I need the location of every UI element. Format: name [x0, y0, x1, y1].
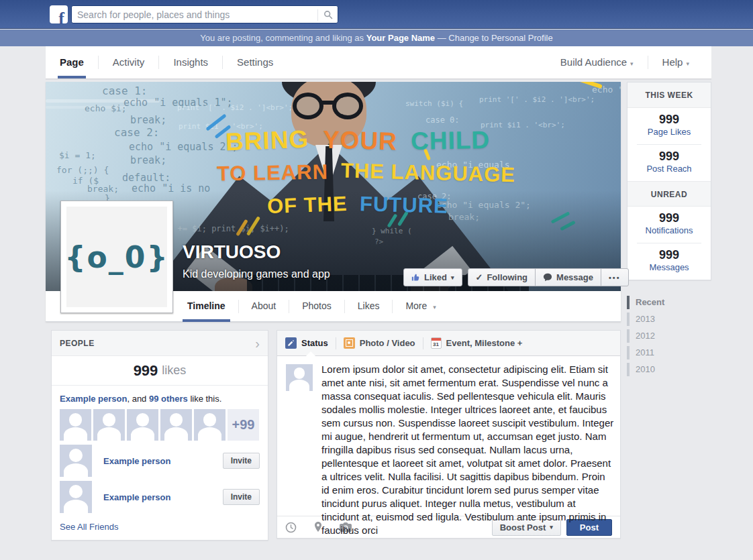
- avatar[interactable]: [60, 409, 91, 441]
- page-tagline: Kid developing games and app: [183, 268, 330, 280]
- notifications-label[interactable]: Notifications: [628, 225, 711, 236]
- composer-tab-photo-video[interactable]: Photo / Video: [336, 337, 423, 349]
- page-header-card: case 1: echo "i equals 1"; echo $i; brea…: [46, 82, 621, 322]
- message-bubble-icon: [543, 273, 552, 282]
- liked-button[interactable]: Liked ▾: [403, 268, 462, 286]
- avatar[interactable]: [160, 409, 192, 441]
- likes-count-row: 999 likes: [52, 356, 268, 386]
- change-to-personal-profile-link[interactable]: Change to Personal Profile: [448, 33, 552, 43]
- timeline-year-nav: Recent 2013 2012 2011 2010: [627, 294, 711, 378]
- notifications-value: 999: [628, 212, 711, 225]
- cover-headline-word: THE LANGUAGE: [337, 154, 519, 191]
- messages-value: 999: [628, 249, 711, 262]
- avatar[interactable]: [60, 445, 92, 477]
- timeline-nav-label: 2010: [636, 364, 655, 374]
- search-input[interactable]: [72, 6, 313, 23]
- ellipsis-icon: •••: [609, 274, 621, 282]
- liked-by-person-link[interactable]: Example person: [60, 394, 127, 404]
- invite-row: Example person Invite: [60, 481, 260, 513]
- composer-body: Lorem ipsum dolor sit amet, consectetur …: [277, 356, 620, 516]
- status-text-area[interactable]: Lorem ipsum dolor sit amet, consectetur …: [321, 356, 615, 537]
- cover-actions: Liked ▾ ✓ Following Message •••: [403, 268, 629, 286]
- tab-timeline[interactable]: Timeline: [174, 291, 238, 321]
- avatar[interactable]: [93, 409, 125, 441]
- page-likes-stat[interactable]: 999 Page Likes: [628, 108, 711, 144]
- message-button[interactable]: Message: [535, 268, 601, 286]
- cover-headline-word: TO LEARN: [213, 156, 332, 190]
- more-options-button[interactable]: •••: [601, 268, 629, 286]
- post-reach-label[interactable]: Post Reach: [628, 164, 711, 174]
- facebook-logo-letter: f: [58, 10, 64, 27]
- voice-prefix: You are posting, commenting and liking a…: [200, 33, 366, 43]
- avatar[interactable]: [127, 409, 158, 441]
- friend-name-link[interactable]: Example person: [103, 492, 170, 502]
- liked-by-text: , and: [127, 394, 149, 404]
- likes-count-label: likes: [162, 363, 186, 378]
- tab-photos[interactable]: Photos: [289, 291, 344, 321]
- avatar[interactable]: [60, 481, 92, 513]
- top-navbar: f: [0, 0, 753, 29]
- composer-tab-event-milestone[interactable]: 31 Event, Milestone +: [423, 337, 530, 349]
- cover-headline-word: OF THE: [263, 188, 351, 223]
- page-likes-value: 999: [628, 113, 711, 126]
- check-icon: ✓: [476, 272, 483, 282]
- page-likes-label[interactable]: Page Likes: [628, 127, 711, 137]
- timeline-nav-2011[interactable]: 2011: [627, 344, 711, 361]
- avatar: [286, 364, 313, 391]
- post-reach-stat[interactable]: 999 Post Reach: [628, 145, 711, 181]
- event-calendar-icon: 31: [431, 337, 442, 349]
- messages-label[interactable]: Messages: [628, 262, 711, 273]
- build-audience-label: Build Audience: [560, 56, 627, 68]
- voice-separator: —: [435, 33, 448, 43]
- admin-tab-page[interactable]: Page: [46, 46, 98, 78]
- tab-more[interactable]: More ▾: [393, 291, 448, 321]
- invite-button[interactable]: Invite: [223, 453, 260, 469]
- timeline-nav-recent[interactable]: Recent: [627, 294, 711, 311]
- help-menu[interactable]: Help▾: [648, 46, 703, 78]
- timeline-nav-bar: [627, 363, 630, 376]
- active-tab-notch: [306, 347, 315, 356]
- admin-tab-settings[interactable]: Settings: [223, 46, 287, 78]
- profile-picture[interactable]: {o_0}: [60, 201, 173, 313]
- admin-tab-insights[interactable]: Insights: [159, 46, 222, 78]
- more-likers-button[interactable]: +99: [228, 409, 259, 441]
- following-button[interactable]: ✓ Following: [468, 268, 536, 286]
- timeline-nav-bar: [627, 346, 630, 359]
- timeline-nav-2013[interactable]: 2013: [627, 311, 711, 327]
- liked-label: Liked: [424, 272, 447, 282]
- timeline-nav-bar: [627, 296, 630, 309]
- chevron-right-icon[interactable]: ›: [255, 337, 260, 350]
- schedule-clock-icon[interactable]: [285, 522, 297, 533]
- notifications-stat[interactable]: 999 Notifications: [628, 207, 711, 243]
- page-title: VIRTUOSO: [183, 241, 281, 263]
- liker-avatar-row: +99: [60, 409, 260, 441]
- profile-monogram: {o_0}: [64, 240, 169, 274]
- build-audience-menu[interactable]: Build Audience▾: [546, 46, 648, 78]
- avatar[interactable]: [194, 409, 225, 441]
- tab-about[interactable]: About: [239, 291, 289, 321]
- admin-tab-activity[interactable]: Activity: [99, 46, 159, 78]
- voice-switch-bar: You are posting, commenting and liking a…: [0, 30, 753, 46]
- event-tab-label: Event, Milestone +: [446, 338, 523, 348]
- likes-count-value: 999: [134, 362, 158, 380]
- chevron-down-icon: ▾: [451, 274, 454, 281]
- liked-by-line: Example person, and 99 others like this.: [52, 386, 268, 404]
- see-all-friends-link[interactable]: See All Friends: [60, 522, 118, 532]
- facebook-logo[interactable]: f: [50, 5, 68, 23]
- cover-headline-word: CHILD: [407, 124, 493, 158]
- timeline-nav-2010[interactable]: 2010: [627, 361, 711, 378]
- liked-by-others-link[interactable]: 99 others: [149, 394, 188, 404]
- voice-page-name: Your Page Name: [366, 33, 435, 43]
- timeline-nav-label: Recent: [636, 297, 664, 307]
- invite-button[interactable]: Invite: [223, 489, 260, 505]
- help-label: Help: [662, 56, 683, 68]
- timeline-nav-2012[interactable]: 2012: [627, 327, 711, 344]
- friend-name-link[interactable]: Example person: [103, 456, 170, 466]
- this-week-header: THIS WEEK: [628, 82, 711, 108]
- messages-stat[interactable]: 999 Messages: [628, 243, 711, 280]
- photo-tab-label: Photo / Video: [360, 338, 415, 348]
- search-icon[interactable]: [323, 10, 333, 22]
- timeline-nav-label: 2012: [636, 331, 655, 341]
- following-label: Following: [487, 272, 528, 282]
- tab-likes[interactable]: Likes: [345, 291, 393, 321]
